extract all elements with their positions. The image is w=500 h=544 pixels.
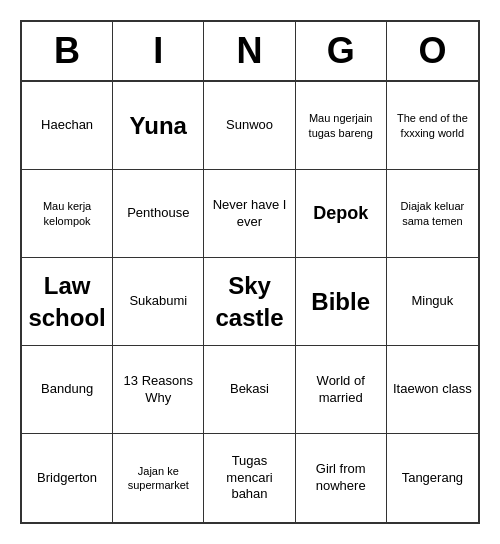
bingo-cell-19: Itaewon class [387,346,478,434]
bingo-letter-b: B [22,22,113,80]
bingo-cell-15: Bandung [22,346,113,434]
bingo-cell-9: Diajak keluar sama temen [387,170,478,258]
bingo-cell-20: Bridgerton [22,434,113,522]
bingo-letter-o: O [387,22,478,80]
bingo-cell-16: 13 Reasons Why [113,346,204,434]
bingo-cell-1: Yuna [113,82,204,170]
bingo-cell-5: Mau kerja kelompok [22,170,113,258]
bingo-cell-4: The end of the fxxxing world [387,82,478,170]
bingo-cell-2: Sunwoo [204,82,295,170]
bingo-header: BINGO [22,22,478,82]
bingo-cell-7: Never have I ever [204,170,295,258]
bingo-cell-23: Girl from nowhere [296,434,387,522]
bingo-grid: HaechanYunaSunwooMau ngerjain tugas bare… [22,82,478,522]
bingo-cell-13: Bible [296,258,387,346]
bingo-cell-12: Sky castle [204,258,295,346]
bingo-cell-18: World of married [296,346,387,434]
bingo-cell-6: Penthouse [113,170,204,258]
bingo-cell-0: Haechan [22,82,113,170]
bingo-cell-10: Law school [22,258,113,346]
bingo-card: BINGO HaechanYunaSunwooMau ngerjain tuga… [20,20,480,524]
bingo-letter-n: N [204,22,295,80]
bingo-letter-i: I [113,22,204,80]
bingo-cell-11: Sukabumi [113,258,204,346]
bingo-cell-24: Tangerang [387,434,478,522]
bingo-cell-14: Minguk [387,258,478,346]
bingo-cell-3: Mau ngerjain tugas bareng [296,82,387,170]
bingo-cell-22: Tugas mencari bahan [204,434,295,522]
bingo-cell-17: Bekasi [204,346,295,434]
bingo-letter-g: G [296,22,387,80]
bingo-cell-21: Jajan ke supermarket [113,434,204,522]
bingo-cell-8: Depok [296,170,387,258]
